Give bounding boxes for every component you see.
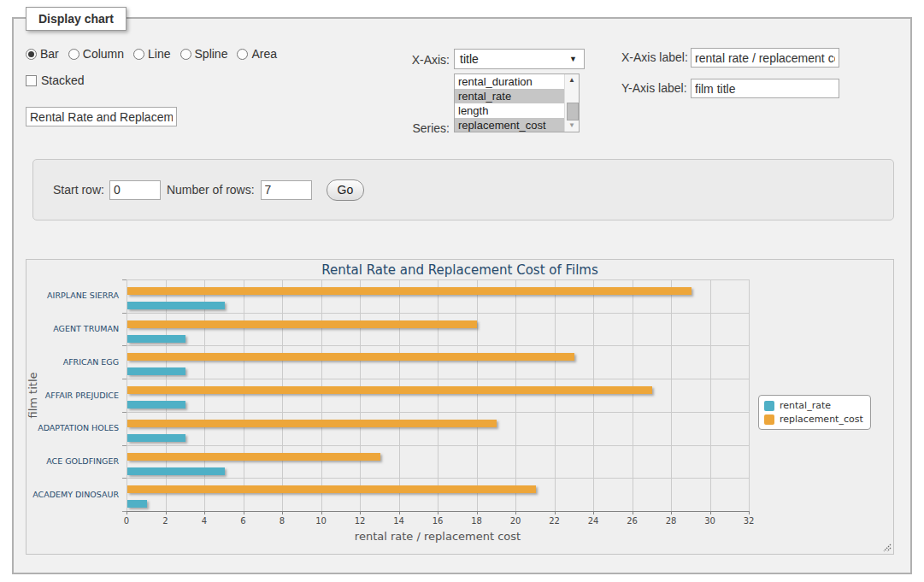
- chart-legend: rental_ratereplacement_cost: [758, 395, 871, 430]
- radio-label: Column: [83, 47, 124, 61]
- gridline: [438, 279, 438, 511]
- legend-swatch-icon: [764, 414, 774, 425]
- legend-label: rental_rate: [780, 400, 831, 411]
- x-axis-label-input[interactable]: [691, 48, 839, 68]
- x-tick-label: 28: [658, 516, 684, 526]
- radio-label: Line: [148, 47, 170, 61]
- radio-label: Bar: [40, 47, 59, 61]
- x-tick-label: 24: [580, 516, 606, 526]
- category-label: ACE GOLDFINGER: [26, 456, 119, 467]
- category-label: ADAPTATION HOLES: [26, 423, 119, 433]
- gridline: [127, 478, 749, 479]
- gridline: [127, 445, 749, 446]
- chart-type-area[interactable]: Area: [237, 47, 277, 61]
- start-row-label: Start row:: [53, 183, 104, 197]
- x-tick-label: 8: [269, 516, 295, 526]
- gridline: [749, 279, 750, 511]
- num-rows-input[interactable]: [261, 180, 312, 200]
- series-option-rental_duration[interactable]: rental_duration: [455, 74, 564, 89]
- chart-type-bar[interactable]: Bar: [26, 47, 59, 61]
- gridline: [671, 279, 672, 511]
- bar-replacement_cost: [127, 420, 497, 427]
- x-tick-label: 22: [542, 516, 568, 526]
- bar-rental_rate: [127, 467, 225, 475]
- x-axis-label-label: X-Axis label:: [621, 50, 688, 64]
- gridline: [477, 279, 478, 511]
- scroll-down-icon[interactable]: ▼: [565, 120, 579, 132]
- chart-type-radio-group: BarColumnLineSplineArea: [26, 47, 277, 61]
- gridline: [204, 279, 205, 511]
- gridline: [710, 279, 711, 511]
- series-select-label: Series:: [373, 121, 450, 135]
- display-chart-fieldset: Display chart BarColumnLineSplineArea St…: [12, 17, 912, 574]
- x-axis-select-label: X-Axis:: [373, 53, 450, 67]
- series-multiselect[interactable]: rental_durationrental_ratelengthreplacem…: [454, 73, 580, 132]
- bar-rental_rate: [127, 367, 185, 375]
- x-tick-label: 14: [386, 516, 412, 526]
- radio-icon[interactable]: [180, 49, 191, 60]
- y-axis-label-input[interactable]: [691, 79, 839, 98]
- gridline: [360, 279, 361, 511]
- panel-title: Display chart: [26, 7, 127, 31]
- gridline: [399, 279, 400, 511]
- x-axis-select[interactable]: title ▼: [454, 49, 585, 69]
- x-axis-selected-value: title: [460, 52, 479, 66]
- chart-type-line[interactable]: Line: [133, 47, 170, 61]
- dropdown-arrow-icon: ▼: [569, 55, 577, 63]
- stacked-checkbox[interactable]: [26, 75, 37, 86]
- x-axis-line: [127, 511, 750, 512]
- x-tick-label: 30: [697, 516, 723, 526]
- bar-replacement_cost: [127, 353, 574, 361]
- bar-rental_rate: [127, 401, 185, 409]
- resize-handle-icon[interactable]: [882, 543, 892, 552]
- gridline: [244, 279, 244, 511]
- legend-item-rental_rate[interactable]: rental_rate: [764, 400, 863, 411]
- series-option-rental_rate[interactable]: rental_rate: [455, 89, 564, 103]
- series-list-scrollbar[interactable]: ▲ ▼: [564, 74, 579, 132]
- num-rows-label: Number of rows:: [167, 183, 255, 197]
- radio-icon[interactable]: [237, 49, 248, 60]
- x-tick-label: 32: [736, 516, 762, 526]
- x-tick-label: 0: [114, 516, 139, 526]
- x-tick-label: 4: [191, 516, 217, 526]
- bar-replacement_cost: [127, 485, 536, 493]
- x-tick-label: 26: [620, 516, 645, 526]
- radio-label: Spline: [195, 47, 228, 61]
- y-axis-tick: [122, 379, 127, 379]
- scrollbar-thumb[interactable]: [567, 103, 579, 121]
- gridline: [127, 345, 749, 346]
- bar-rental_rate: [127, 302, 225, 309]
- gridline: [127, 313, 749, 314]
- radio-icon[interactable]: [68, 49, 79, 60]
- series-option-length[interactable]: length: [455, 103, 564, 118]
- legend-item-replacement_cost[interactable]: replacement_cost: [764, 414, 863, 425]
- category-label: AFFAIR PREJUDICE: [26, 391, 119, 401]
- gridline: [515, 279, 516, 511]
- go-button[interactable]: Go: [327, 179, 365, 201]
- legend-swatch-icon: [764, 401, 774, 411]
- radio-icon[interactable]: [133, 49, 144, 60]
- stacked-label: Stacked: [41, 73, 85, 87]
- chart-title-input[interactable]: [26, 107, 177, 126]
- chart-type-column[interactable]: Column: [68, 47, 124, 61]
- gridline: [321, 279, 322, 511]
- y-axis-tick: [122, 445, 127, 446]
- gridline: [166, 279, 167, 511]
- bar-rental_rate: [127, 335, 185, 343]
- bar-rental_rate: [127, 500, 147, 508]
- gridline: [127, 379, 749, 379]
- chart-type-spline[interactable]: Spline: [180, 47, 228, 61]
- y-axis-tick: [122, 345, 127, 346]
- radio-icon[interactable]: [26, 49, 37, 60]
- start-row-input[interactable]: [109, 180, 161, 200]
- gridline: [282, 279, 283, 511]
- legend-label: replacement_cost: [780, 414, 863, 425]
- bar-rental_rate: [127, 434, 185, 442]
- stacked-option[interactable]: Stacked: [26, 73, 85, 87]
- x-tick-label: 10: [309, 516, 334, 526]
- gridline: [127, 279, 127, 511]
- category-label: AIRPLANE SIERRA: [26, 291, 119, 301]
- series-option-replacement_cost[interactable]: replacement_cost: [455, 118, 564, 132]
- scroll-up-icon[interactable]: ▲: [565, 74, 579, 86]
- y-axis-tick: [122, 313, 127, 314]
